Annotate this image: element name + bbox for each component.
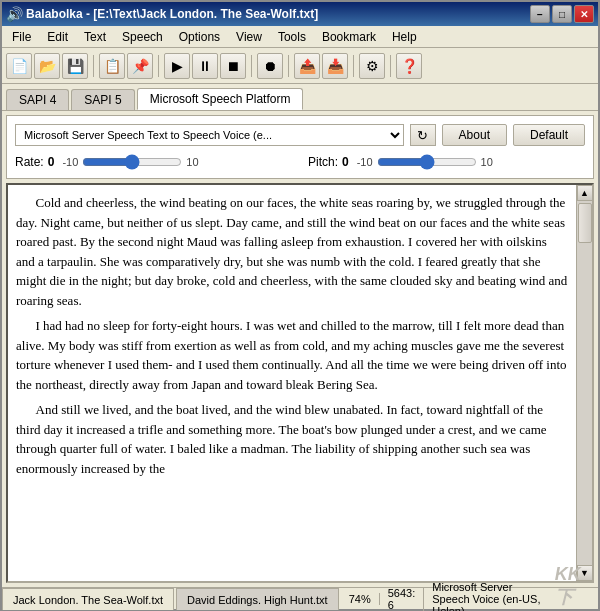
stop-button[interactable]: ⏹ bbox=[220, 53, 246, 79]
menu-options[interactable]: Options bbox=[171, 28, 228, 46]
menu-file[interactable]: File bbox=[4, 28, 39, 46]
pitch-max: 10 bbox=[481, 156, 493, 168]
tab-bar: SAPI 4 SAPI 5 Microsoft Speech Platform bbox=[2, 84, 598, 111]
rate-label: Rate: bbox=[15, 155, 44, 169]
help-button[interactable]: ❓ bbox=[396, 53, 422, 79]
pitch-label: Pitch: bbox=[308, 155, 338, 169]
toolbar-sep-1 bbox=[93, 55, 94, 77]
tab-microsoft-speech[interactable]: Microsoft Speech Platform bbox=[137, 88, 304, 110]
title-bar-buttons: − □ ✕ bbox=[530, 5, 594, 23]
settings-button[interactable]: ⚙ bbox=[359, 53, 385, 79]
scroll-up-button[interactable]: ▲ bbox=[577, 185, 593, 201]
pitch-value: 0 bbox=[342, 155, 349, 169]
menu-view[interactable]: View bbox=[228, 28, 270, 46]
pitch-slider-group: Pitch: 0 -10 10 bbox=[308, 154, 585, 170]
status-tabs: Jack London. The Sea-Wolf.txt David Eddi… bbox=[2, 588, 341, 610]
rate-slider-group: Rate: 0 -10 10 bbox=[15, 154, 292, 170]
text-area-container: Cold and cheerless, the wind beating on … bbox=[6, 183, 594, 583]
rate-value: 0 bbox=[48, 155, 55, 169]
tab-sapi5[interactable]: SAPI 5 bbox=[71, 89, 134, 110]
close-button[interactable]: ✕ bbox=[574, 5, 594, 23]
status-tab-1[interactable]: Jack London. The Sea-Wolf.txt bbox=[2, 588, 174, 610]
text-content[interactable]: Cold and cheerless, the wind beating on … bbox=[8, 185, 576, 581]
menu-edit[interactable]: Edit bbox=[39, 28, 76, 46]
voice-select-dropdown[interactable]: Microsoft Server Speech Text to Speech V… bbox=[15, 124, 404, 146]
pitch-slider[interactable] bbox=[377, 154, 477, 170]
main-window: 🔊 Balabolka - [E:\Text\Jack London. The … bbox=[0, 0, 600, 611]
open-button[interactable]: 📂 bbox=[34, 53, 60, 79]
sliders-row: Rate: 0 -10 10 Pitch: 0 -10 10 bbox=[15, 154, 585, 170]
menu-bar: File Edit Text Speech Options View Tools… bbox=[2, 26, 598, 48]
about-button[interactable]: About bbox=[442, 124, 507, 146]
rate-min: -10 bbox=[62, 156, 78, 168]
rate-max: 10 bbox=[186, 156, 198, 168]
pitch-min: -10 bbox=[357, 156, 373, 168]
pause-button[interactable]: ⏸ bbox=[192, 53, 218, 79]
speech-panel: Microsoft Server Speech Text to Speech V… bbox=[6, 115, 594, 179]
maximize-button[interactable]: □ bbox=[552, 5, 572, 23]
default-button[interactable]: Default bbox=[513, 124, 585, 146]
play-button[interactable]: ▶ bbox=[164, 53, 190, 79]
toolbar: 📄 📂 💾 📋 📌 ▶ ⏸ ⏹ ⏺ 📤 📥 ⚙ ❓ bbox=[2, 48, 598, 84]
menu-text[interactable]: Text bbox=[76, 28, 114, 46]
export-button[interactable]: 📤 bbox=[294, 53, 320, 79]
new-button[interactable]: 📄 bbox=[6, 53, 32, 79]
voice-indicator: Microsoft Server Speech Voice (en-US, He… bbox=[432, 581, 546, 612]
scrollbar[interactable]: ▲ ▼ bbox=[576, 185, 592, 581]
save-button[interactable]: 💾 bbox=[62, 53, 88, 79]
paste-button[interactable]: 📌 bbox=[127, 53, 153, 79]
position-indicator: 5643: 6 bbox=[388, 587, 425, 611]
app-icon: 🔊 bbox=[6, 6, 22, 22]
title-bar: 🔊 Balabolka - [E:\Text\Jack London. The … bbox=[2, 2, 598, 26]
scroll-thumb[interactable] bbox=[578, 203, 592, 243]
window-title: Balabolka - [E:\Text\Jack London. The Se… bbox=[26, 7, 530, 21]
menu-bookmark[interactable]: Bookmark bbox=[314, 28, 384, 46]
menu-help[interactable]: Help bbox=[384, 28, 425, 46]
watermark: KK下載 bbox=[555, 564, 590, 611]
status-bar: Jack London. The Sea-Wolf.txt David Eddi… bbox=[2, 587, 598, 609]
copy-button[interactable]: 📋 bbox=[99, 53, 125, 79]
tab-sapi4[interactable]: SAPI 4 bbox=[6, 89, 69, 110]
zoom-indicator: 74% bbox=[349, 593, 380, 605]
refresh-button[interactable]: ↻ bbox=[410, 124, 436, 146]
toolbar-sep-6 bbox=[390, 55, 391, 77]
voice-select-row: Microsoft Server Speech Text to Speech V… bbox=[15, 124, 585, 146]
import-button[interactable]: 📥 bbox=[322, 53, 348, 79]
toolbar-sep-5 bbox=[353, 55, 354, 77]
toolbar-sep-4 bbox=[288, 55, 289, 77]
toolbar-sep-2 bbox=[158, 55, 159, 77]
status-tab-2[interactable]: David Eddings. High Hunt.txt bbox=[176, 588, 339, 610]
menu-speech[interactable]: Speech bbox=[114, 28, 171, 46]
record-button[interactable]: ⏺ bbox=[257, 53, 283, 79]
toolbar-sep-3 bbox=[251, 55, 252, 77]
rate-slider[interactable] bbox=[82, 154, 182, 170]
menu-tools[interactable]: Tools bbox=[270, 28, 314, 46]
minimize-button[interactable]: − bbox=[530, 5, 550, 23]
status-info: 74% 5643: 6 Microsoft Server Speech Voic… bbox=[341, 564, 598, 611]
